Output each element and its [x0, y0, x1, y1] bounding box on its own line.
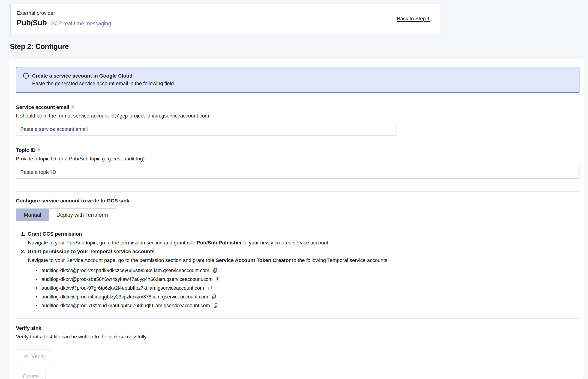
verify-sink-description: Verify that a test file can be written t… — [16, 334, 579, 340]
section-divider — [16, 318, 579, 319]
service-account-email-text: auditlog-dktxv@prod-79z2c6d76au6g5fcq768… — [42, 301, 210, 310]
step-1-number: 1. — [21, 230, 25, 238]
configure-section-title: Configure service account to write to GC… — [16, 198, 579, 204]
page-top-divider — [0, 2, 588, 2]
list-item: • auditlog-dktxv@prod-79z2c6d76au6g5fcq7… — [36, 301, 579, 310]
service-account-email-text: auditlog-dktxv@prod-97gr6tp6zkv2t4epubff… — [42, 284, 204, 292]
service-account-email-input[interactable] — [16, 123, 396, 136]
step-1-title: Grant GCS permission — [28, 230, 82, 238]
bullet: • — [36, 301, 38, 310]
configure-card: Create a service account in Google Cloud… — [9, 59, 584, 379]
step-1-body: Navigate to your PubSub topic, go to the… — [28, 238, 579, 247]
section-divider — [16, 191, 579, 191]
copy-icon[interactable] — [207, 285, 212, 291]
copy-icon[interactable] — [213, 268, 218, 273]
service-account-list: • auditlog-dktxv@prod-vs4padk9dkczcey6d6… — [36, 266, 579, 310]
page-title: Step 2: Configure — [10, 43, 588, 51]
copy-icon[interactable] — [213, 303, 218, 308]
step-2-title: Grant permission to your Temporal servic… — [28, 247, 155, 256]
info-icon — [23, 73, 29, 79]
topic-id-label: Topic ID — [16, 147, 35, 153]
verify-button[interactable]: Verify — [16, 349, 52, 363]
step-2-body-text: Navigate to your Service Account page, g… — [28, 257, 216, 263]
info-alert-body: Paste the generated service account emai… — [32, 80, 573, 87]
provider-info: External provider Pub/Sub GCP real-time … — [17, 10, 111, 27]
create-button[interactable]: Create — [16, 370, 46, 379]
step-1-title-row: 1. Grant GCS permission — [21, 230, 579, 238]
step-2-role-name: Service Account Token Creator — [216, 257, 291, 263]
service-account-email-helper: It should be in the format service-accou… — [16, 113, 579, 119]
bullet: • — [36, 292, 38, 301]
required-indicator — [72, 106, 74, 108]
topic-id-input[interactable] — [16, 166, 579, 179]
info-alert-title-row: Create a service account in Google Cloud — [23, 73, 573, 79]
list-item: • auditlog-dktxv@prod-vs4padk9dkczcey6d6… — [36, 266, 579, 275]
info-alert: Create a service account in Google Cloud… — [16, 67, 579, 93]
back-to-step-1-link[interactable]: Back to Step 1 — [397, 16, 430, 22]
list-item: • auditlog-dktxv@prod-97gr6tp6zkv2t4epub… — [36, 284, 579, 292]
bullet: • — [36, 266, 38, 275]
info-alert-title: Create a service account in Google Cloud — [32, 73, 132, 79]
list-item: • auditlog-dktxv@prod-sbe56h6wr4sykaw47a… — [36, 275, 579, 284]
provider-title-row: Pub/Sub GCP real-time messaging — [17, 18, 111, 27]
step-2-body: Navigate to your Service Account page, g… — [28, 256, 579, 265]
provider-name: Pub/Sub — [17, 18, 46, 27]
step-1-body-suffix: to your newly created service account. — [242, 240, 329, 246]
step-2-number: 2. — [21, 247, 25, 256]
list-item: • auditlog-dktxv@prod-c4cqaqgbfzy23vpzkb… — [36, 292, 579, 301]
service-account-email-text: auditlog-dktxv@prod-vs4padk9dkczcey6d6st… — [42, 266, 209, 275]
step-1-role-name: Pub/Sub Publisher — [197, 240, 242, 246]
bullet: • — [36, 284, 38, 292]
topic-id-label-row: Topic ID — [16, 147, 579, 153]
provider-kind-label: External provider — [17, 10, 111, 16]
lightning-bolt-icon — [24, 353, 29, 359]
tab-manual[interactable]: Manual — [16, 209, 49, 221]
verify-sink-title: Verify sink — [16, 325, 579, 331]
copy-icon[interactable] — [216, 277, 221, 282]
tab-deploy-with-terraform[interactable]: Deploy with Terraform — [49, 209, 115, 221]
step-2-body-suffix: to the following Temporal service accoun… — [291, 257, 389, 263]
manual-steps-list: 1. Grant GCS permission Navigate to your… — [21, 230, 579, 310]
verify-button-label: Verify — [31, 353, 45, 359]
copy-icon[interactable] — [211, 294, 217, 300]
service-account-email-label: Service account email — [16, 104, 69, 110]
provider-card: External provider Pub/Sub GCP real-time … — [10, 3, 441, 34]
service-account-email-text: auditlog-dktxv@prod-sbe56h6wr4sykaw47a6y… — [42, 275, 213, 284]
topic-id-helper: Provide a topic ID for a Pub/Sub topic (… — [16, 156, 579, 162]
create-button-label: Create — [23, 373, 39, 379]
service-account-email-text: auditlog-dktxv@prod-c4cqaqgbfzy23vpzkbxz… — [42, 292, 208, 301]
required-indicator — [38, 148, 40, 151]
configure-tabs: Manual Deploy with Terraform — [16, 208, 116, 221]
provider-subtitle: GCP real-time messaging — [50, 20, 111, 27]
bullet: • — [36, 275, 38, 284]
step-2-title-row: 2. Grant permission to your Temporal ser… — [21, 247, 579, 256]
service-account-email-label-row: Service account email — [16, 104, 579, 110]
step-1-body-text: Navigate to your PubSub topic, go to the… — [28, 240, 197, 246]
